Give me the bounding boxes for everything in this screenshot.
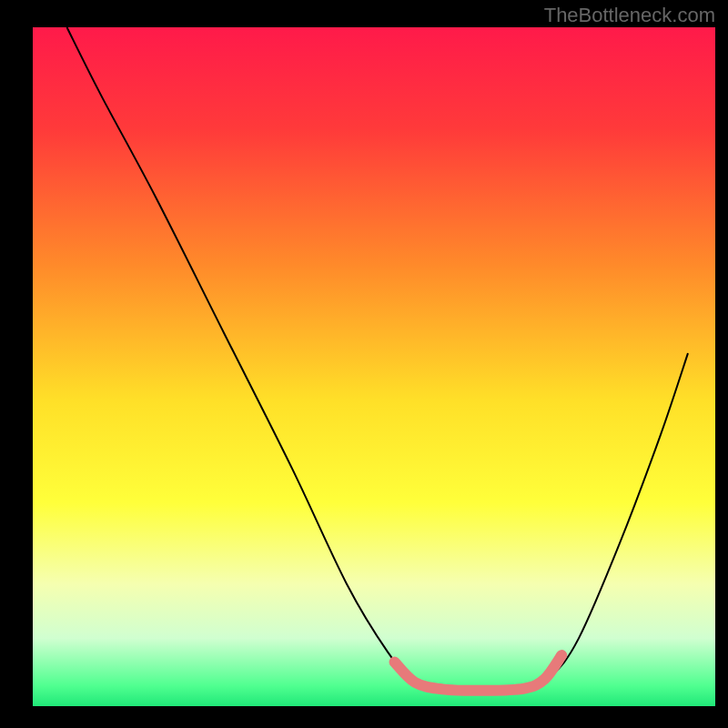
plot-background	[33, 27, 715, 706]
watermark-text: TheBottleneck.com	[544, 4, 715, 27]
bottleneck-chart	[0, 0, 728, 728]
